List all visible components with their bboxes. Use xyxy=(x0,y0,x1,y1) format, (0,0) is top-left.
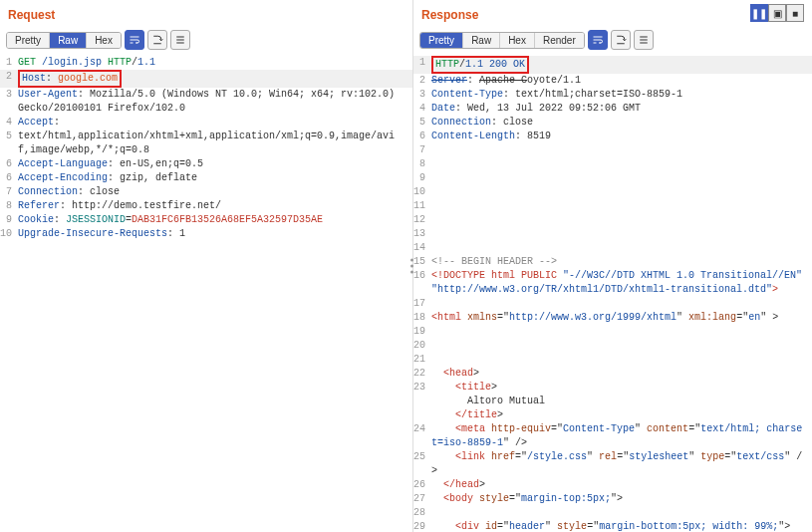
request-toolbar: Pretty Raw Hex xyxy=(0,28,412,54)
code-line[interactable]: 13 xyxy=(413,227,812,241)
response-title: Response xyxy=(413,0,812,28)
code-line[interactable]: 4Date: Wed, 13 Jul 2022 09:52:06 GMT xyxy=(413,102,812,116)
response-editor[interactable]: 1HTTP/1.1 200 OK2Server: Apache-Coyote/1… xyxy=(413,54,812,532)
request-editor[interactable]: 1GET /login.jsp HTTP/1.12Host: google.co… xyxy=(0,54,412,532)
menu-button[interactable] xyxy=(170,30,190,50)
request-view-tabs: Pretty Raw Hex xyxy=(6,32,122,49)
newline-button[interactable] xyxy=(611,30,631,50)
code-line[interactable]: 7 xyxy=(413,143,812,157)
code-line[interactable]: 1HTTP/1.1 200 OK xyxy=(413,56,812,74)
code-line[interactable]: 1GET /login.jsp HTTP/1.1 xyxy=(0,56,412,70)
code-line[interactable]: 19 xyxy=(413,325,812,339)
tab-hex[interactable]: Hex xyxy=(500,33,535,48)
code-line[interactable]: 18<html xmlns="http://www.w3.org/1999/xh… xyxy=(413,311,812,325)
tab-raw[interactable]: Raw xyxy=(463,33,500,48)
code-line[interactable]: 25 <link href="/style.css" rel="styleshe… xyxy=(413,450,812,478)
code-line[interactable]: 6Accept-Encoding: gzip, deflate xyxy=(0,171,412,185)
code-line[interactable]: </title> xyxy=(413,408,812,422)
code-line[interactable]: 23 <title> xyxy=(413,381,812,395)
menu-button[interactable] xyxy=(634,30,654,50)
code-line[interactable]: 11 xyxy=(413,199,812,213)
code-line[interactable]: 3User-Agent: Mozilla/5.0 (Windows NT 10.… xyxy=(0,88,412,116)
newline-button[interactable] xyxy=(147,30,167,50)
split-view: Request Pretty Raw Hex 1GET /login.jsp H… xyxy=(0,0,812,532)
code-line[interactable]: 4Accept: xyxy=(0,116,412,130)
tab-pretty[interactable]: Pretty xyxy=(420,33,463,48)
code-line[interactable]: 15<!-- BEGIN HEADER --> xyxy=(413,255,812,269)
code-line[interactable]: 10 xyxy=(413,185,812,199)
code-line[interactable]: 24 <meta http-equiv="Content-Type" conte… xyxy=(413,422,812,450)
wrap-toggle-button[interactable] xyxy=(125,30,144,50)
wrap-icon xyxy=(129,34,140,46)
pane-divider[interactable] xyxy=(410,259,413,274)
code-line[interactable]: 16<!DOCTYPE html PUBLIC "-//W3C//DTD XHT… xyxy=(413,269,812,297)
code-line[interactable]: 8 xyxy=(413,157,812,171)
code-line[interactable]: 20 xyxy=(413,339,812,353)
code-line[interactable]: 2Host: google.com xyxy=(0,70,412,88)
code-line[interactable]: 6Accept-Language: en-US,en;q=0.5 xyxy=(0,157,412,171)
request-pane: Request Pretty Raw Hex 1GET /login.jsp H… xyxy=(0,0,413,532)
code-line[interactable]: 5Connection: close xyxy=(413,116,812,130)
hamburger-icon xyxy=(638,34,650,46)
code-line[interactable]: 27 <body style="margin-top:5px;"> xyxy=(413,492,812,506)
newline-icon xyxy=(615,34,627,46)
tab-render[interactable]: Render xyxy=(535,33,584,48)
code-line[interactable]: 7Connection: close xyxy=(0,185,412,199)
response-view-tabs: Pretty Raw Hex Render xyxy=(419,32,585,49)
response-toolbar: Pretty Raw Hex Render xyxy=(413,28,812,54)
tab-pretty[interactable]: Pretty xyxy=(7,33,50,48)
hamburger-icon xyxy=(174,34,186,46)
code-line[interactable]: 21 xyxy=(413,353,812,367)
code-line[interactable]: 22 <head> xyxy=(413,367,812,381)
code-line[interactable]: 12 xyxy=(413,213,812,227)
code-line[interactable]: 17 xyxy=(413,297,812,311)
request-title: Request xyxy=(0,0,412,28)
code-line[interactable]: 9Cookie: JSESSIONID=DAB31FC6FB13526A68EF… xyxy=(0,213,412,227)
tab-raw[interactable]: Raw xyxy=(50,33,87,48)
code-line[interactable]: 10Upgrade-Insecure-Requests: 1 xyxy=(0,227,412,241)
code-line[interactable]: 26 </head> xyxy=(413,478,812,492)
code-line[interactable]: 28 xyxy=(413,506,812,520)
code-line[interactable]: 3Content-Type: text/html;charset=ISO-885… xyxy=(413,88,812,102)
wrap-toggle-button[interactable] xyxy=(588,30,608,50)
wrap-icon xyxy=(592,34,604,46)
code-line[interactable]: 6Content-Length: 8519 xyxy=(413,130,812,143)
code-line[interactable]: 9 xyxy=(413,171,812,185)
code-line[interactable]: 2Server: Apache-Coyote/1.1 xyxy=(413,74,812,88)
code-line[interactable]: 29 <div id="header" style="margin-bottom… xyxy=(413,520,812,532)
response-pane: Response Pretty Raw Hex Render 1HTTP/1.1… xyxy=(413,0,812,532)
code-line[interactable]: Altoro Mutual xyxy=(413,395,812,408)
code-line[interactable]: 14 xyxy=(413,241,812,255)
newline-icon xyxy=(151,34,163,46)
code-line[interactable]: 8Referer: http://demo.testfire.net/ xyxy=(0,199,412,213)
code-line[interactable]: 5text/html,application/xhtml+xml,applica… xyxy=(0,130,412,157)
tab-hex[interactable]: Hex xyxy=(87,33,121,48)
